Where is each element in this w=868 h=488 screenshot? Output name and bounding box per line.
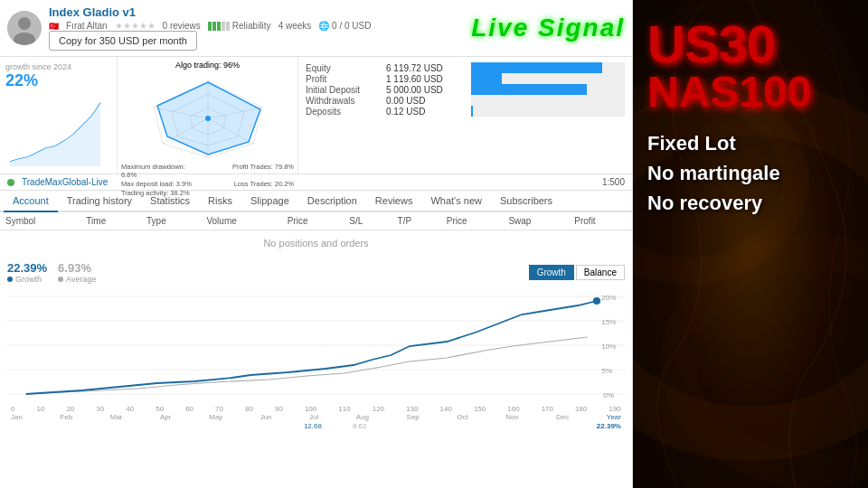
equity-row: Initial Deposit 5 000.00 USD bbox=[306, 84, 625, 95]
equity-row: Equity 6 119.72 USD bbox=[306, 62, 625, 73]
growth-pct: 22% bbox=[5, 71, 111, 90]
broker-leverage: 1:500 bbox=[602, 177, 625, 187]
col-swap: Swap bbox=[503, 212, 569, 230]
equity-bar bbox=[471, 84, 587, 95]
growth-since-label: growth since 2024 bbox=[5, 62, 111, 71]
tabs-bar: AccountTrading historyStatisticsRisksSli… bbox=[0, 191, 632, 212]
equity-bar-wrap bbox=[471, 106, 625, 117]
equity-bar bbox=[471, 106, 473, 117]
main-chart-svg: 20% 15% 10% 5% 0% bbox=[7, 287, 625, 405]
growth-chart-area: 22.39% Growth6.93% Average GrowthBalance… bbox=[0, 256, 632, 488]
month-labels: JanFebMarAprMayJunJulAugSepOctNovDecYear bbox=[7, 413, 625, 421]
bar2 bbox=[212, 22, 216, 31]
col-volume: Volume bbox=[201, 212, 281, 230]
svg-text:20%: 20% bbox=[601, 294, 617, 302]
bottom-values: 12.68 8.62 22.39% bbox=[7, 421, 625, 431]
svg-point-1 bbox=[18, 17, 31, 30]
equity-row-label: Profit bbox=[306, 74, 382, 84]
chart-stat: 22.39% Growth bbox=[7, 261, 47, 284]
equity-row: Withdrawals 0.00 USD bbox=[306, 95, 625, 106]
weeks: 4 weeks bbox=[278, 21, 312, 31]
equity-row-value: 1 119.60 USD bbox=[386, 74, 467, 84]
stat-pct: 6.93% bbox=[58, 261, 96, 275]
svg-text:15%: 15% bbox=[601, 318, 617, 326]
max-drawdown-label: Maximum drawdown: 6.6% bbox=[121, 163, 193, 179]
mini-chart-svg bbox=[5, 94, 105, 166]
live-signal-label: Live Signal bbox=[471, 14, 625, 42]
table-section: SymbolTimeTypeVolumePriceS/LT/PPriceSwap… bbox=[0, 212, 632, 256]
growth-chart: growth since 2024 22% bbox=[0, 57, 118, 174]
profit-trades-label: Profit Trades: 79.8% bbox=[232, 163, 294, 179]
header: Index Gladio v1 🇹🇷 Fırat Altan ★★★★★ 0 r… bbox=[0, 0, 632, 57]
equity-row-label: Initial Deposit bbox=[306, 85, 382, 95]
bar3 bbox=[217, 22, 221, 31]
strategy-item-0: Fixed Lot bbox=[647, 128, 780, 158]
svg-text:0%: 0% bbox=[603, 391, 614, 399]
chart-btn-growth[interactable]: Growth bbox=[529, 265, 574, 280]
equity-bar-wrap bbox=[471, 73, 625, 84]
copy-button[interactable]: Copy for 350 USD per month bbox=[49, 31, 197, 51]
svg-text:10%: 10% bbox=[601, 343, 617, 351]
stat-pct: 22.39% bbox=[7, 261, 47, 275]
equity-bar-wrap bbox=[471, 62, 625, 73]
tab-description[interactable]: Description bbox=[298, 191, 366, 212]
loss-trades-label: Loss Trades: 20.2% bbox=[234, 180, 294, 188]
tab-account[interactable]: Account bbox=[4, 191, 58, 212]
equity-bar bbox=[471, 62, 602, 73]
tab-reviews[interactable]: Reviews bbox=[366, 191, 422, 212]
trading-activity-label: Trading activity: 38.2% bbox=[121, 189, 190, 197]
positions-table: SymbolTimeTypeVolumePriceS/LT/PPriceSwap… bbox=[0, 212, 632, 230]
equity-row-label: Equity bbox=[306, 63, 382, 73]
equity-row-label: Withdrawals bbox=[306, 96, 382, 106]
equity-row: Deposits 0.12 USD bbox=[306, 106, 625, 117]
stat-label: Growth bbox=[7, 275, 47, 284]
col-time: Time bbox=[80, 212, 141, 230]
stats-area: growth since 2024 22% Algo trading: 96% bbox=[0, 57, 632, 174]
page-title: Index Gladio v1 bbox=[49, 5, 464, 19]
svg-text:5%: 5% bbox=[601, 367, 612, 375]
equity-rows: Equity 6 119.72 USD Profit 1 119.60 USD … bbox=[306, 62, 625, 117]
cost: 🌐 0 / 0 USD bbox=[318, 21, 371, 31]
equity-bar-wrap bbox=[471, 95, 625, 106]
x-axis-labels: 0102030405060708090100110120130140150160… bbox=[7, 405, 625, 413]
broker-name: TradeMaxGlobal-Live bbox=[22, 177, 108, 187]
equity-row-value: 0.00 USD bbox=[386, 96, 467, 106]
nas100-label: NAS100 bbox=[647, 70, 811, 114]
equity-bar bbox=[471, 73, 502, 84]
col-price: Price bbox=[441, 212, 504, 230]
reviews: 0 reviews bbox=[163, 21, 201, 31]
strategy-list: Fixed LotNo martingaleNo recovery bbox=[647, 128, 780, 218]
broker-row: TradeMaxGlobal-Live 1:500 bbox=[0, 174, 632, 191]
equity-section: Equity 6 119.72 USD Profit 1 119.60 USD … bbox=[298, 57, 632, 174]
avatar bbox=[7, 11, 42, 45]
bar4 bbox=[222, 22, 225, 31]
max-deposit-label: Max deposit load: 3.9% bbox=[121, 180, 192, 188]
col-type: Type bbox=[141, 212, 201, 230]
stat-color-dot bbox=[7, 277, 13, 282]
chart-stats: 22.39% Growth6.93% Average bbox=[7, 261, 96, 284]
equity-row-label: Deposits bbox=[306, 107, 382, 117]
header-meta: 🇹🇷 Fırat Altan ★★★★★ 0 reviews Reliabili… bbox=[49, 21, 464, 31]
tab-what's-new[interactable]: What's new bbox=[421, 191, 491, 212]
header-info: Index Gladio v1 🇹🇷 Fırat Altan ★★★★★ 0 r… bbox=[49, 5, 464, 51]
col-price: Price bbox=[282, 212, 344, 230]
equity-row-value: 6 119.72 USD bbox=[386, 63, 467, 73]
right-content: US30 NAS100 Fixed LotNo martingaleNo rec… bbox=[633, 9, 868, 227]
chart-buttons: GrowthBalance bbox=[529, 265, 625, 280]
radar-section: Algo trading: 96% bbox=[118, 57, 298, 174]
radar-svg bbox=[127, 71, 289, 162]
chart-btn-balance[interactable]: Balance bbox=[576, 265, 625, 280]
chart-header: 22.39% Growth6.93% Average GrowthBalance bbox=[7, 261, 625, 284]
reliability-label: Reliability bbox=[232, 21, 271, 31]
algo-trading-label: Algo trading: 96% bbox=[175, 61, 240, 70]
svg-point-23 bbox=[593, 297, 600, 305]
bar5 bbox=[226, 22, 230, 31]
svg-point-12 bbox=[205, 116, 211, 121]
broker-status-dot bbox=[7, 179, 14, 186]
equity-bar-wrap bbox=[471, 84, 625, 95]
chart-stat: 6.93% Average bbox=[58, 261, 96, 284]
tab-subscribers[interactable]: Subscribers bbox=[491, 191, 561, 212]
stat-color-dot bbox=[58, 277, 63, 282]
equity-row-value: 0.12 USD bbox=[386, 107, 467, 117]
stars: ★★★★★ bbox=[115, 21, 156, 31]
